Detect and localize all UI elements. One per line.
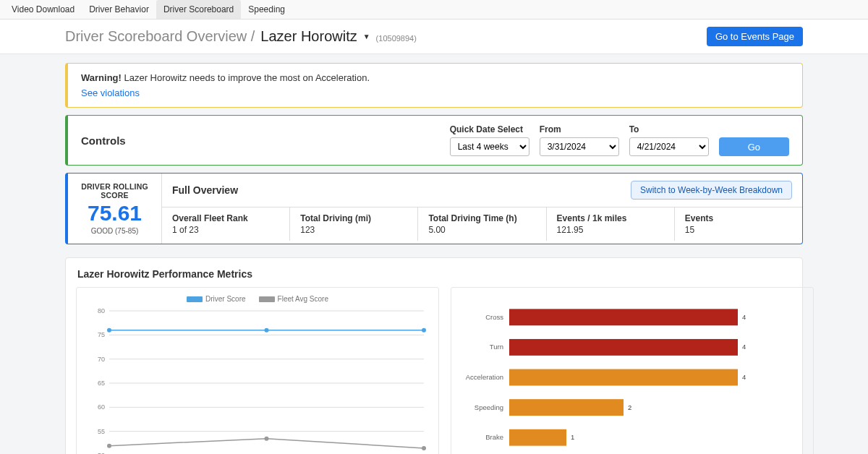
svg-text:65: 65 [98,380,105,387]
svg-rect-32 [509,339,738,356]
svg-point-20 [107,444,111,448]
svg-text:Acceleration: Acceleration [466,373,503,381]
stat-key: Overall Fleet Rank [172,213,279,223]
chevron-down-icon: ▼ [363,33,370,40]
legend-item: Fleet Avg Score [259,295,328,303]
svg-rect-29 [509,309,738,325]
svg-text:Turn: Turn [490,343,503,351]
stat-cell: Events15 [675,207,802,241]
metrics-card: Lazer Horowitz Performance Metrics Drive… [65,257,803,454]
svg-point-19 [422,328,426,333]
stat-cell: Total Driving (mi)123 [290,207,418,241]
nav-tab-driver-behavior[interactable]: Driver Behavior [82,0,156,19]
breadcrumb-root: Driver Scoreboard Overview / [65,28,255,45]
see-violations-link[interactable]: See violations [81,87,140,98]
nav-tab-driver-scoreboard[interactable]: Driver Scoreboard [156,0,241,19]
go-to-events-button[interactable]: Go to Events Page [707,27,803,46]
svg-text:55: 55 [98,428,105,435]
full-overview-label: Full Overview [172,184,238,196]
breadcrumb: Driver Scoreboard Overview / Lazer Horow… [65,28,417,45]
svg-point-21 [265,437,269,441]
from-date-select[interactable]: 3/31/2024 [540,137,619,156]
svg-point-22 [422,446,426,450]
svg-text:Cross: Cross [485,313,503,321]
stat-value: 5.00 [428,225,535,235]
controls-panel: Controls Quick Date Select Last 4 weeks … [65,115,803,166]
driver-selector[interactable]: Lazer Horowitz ▼ [260,28,370,45]
stat-row: Overall Fleet Rank1 of 23Total Driving (… [162,207,802,241]
bar-chart-svg: 012345Cross4Turn4Acceleration4Speeding2B… [459,295,806,454]
score-card: DRIVER ROLLING SCORE 75.61 GOOD (75-85) … [65,173,803,244]
stat-value: 1 of 23 [172,225,279,235]
stat-key: Events / 1k miles [557,213,664,223]
svg-text:2: 2 [628,403,631,411]
from-label: From [540,124,619,134]
line-chart: Driver ScoreFleet Avg Score 505560657075… [76,287,439,454]
stat-cell: Overall Fleet Rank1 of 23 [162,207,290,241]
stat-cell: Events / 1k miles121.95 [547,207,675,241]
svg-text:1: 1 [571,433,574,441]
stat-value: 15 [685,225,792,235]
quick-date-select[interactable]: Last 4 weeks [450,137,529,156]
stat-key: Events [685,213,792,223]
top-nav: Video DownloadDriver BehaviorDriver Scor… [0,0,868,20]
nav-tab-speeding[interactable]: Speeding [241,0,292,19]
svg-rect-38 [509,399,624,416]
svg-text:4: 4 [742,313,746,321]
metrics-title: Lazer Horowitz Performance Metrics [66,268,802,287]
go-button[interactable]: Go [719,137,789,156]
stat-key: Total Driving (mi) [300,213,407,223]
warning-prefix: Warning! [81,72,122,83]
svg-point-18 [265,328,269,333]
rolling-score-value: 75.61 [72,201,157,226]
svg-text:75: 75 [98,331,105,338]
line-chart-svg: 505560657075803/31/2024 - 4/7/20244/7/20… [84,307,431,454]
warning-alert: Warning! Lazer Horowitz needs to improve… [65,63,803,108]
line-chart-legend: Driver ScoreFleet Avg Score [84,295,431,303]
svg-text:4: 4 [742,343,746,351]
switch-breakdown-button[interactable]: Switch to Week-by-Week Breakdown [631,181,792,200]
rolling-score-band: GOOD (75-85) [72,227,157,235]
svg-text:Speeding: Speeding [475,403,503,411]
svg-rect-41 [509,429,566,446]
quick-date-label: Quick Date Select [450,124,529,134]
rolling-score-label: DRIVER ROLLING SCORE [72,182,157,200]
nav-tab-video-download[interactable]: Video Download [4,0,82,19]
svg-text:70: 70 [98,356,105,363]
controls-title: Controls [81,134,126,147]
legend-item: Driver Score [187,295,246,303]
warning-text: Lazer Horowitz needs to improve the most… [124,72,370,83]
stat-cell: Total Driving Time (h)5.00 [418,207,546,241]
stat-key: Total Driving Time (h) [428,213,535,223]
page-header: Driver Scoreboard Overview / Lazer Horow… [0,20,868,54]
bar-chart: 012345Cross4Turn4Acceleration4Speeding2B… [451,287,814,454]
stat-value: 123 [300,225,407,235]
svg-point-17 [107,328,111,333]
driver-id: (10509894) [376,34,417,43]
svg-text:80: 80 [98,307,105,314]
svg-rect-35 [509,369,738,386]
to-label: To [629,124,709,134]
stat-value: 121.95 [557,225,664,235]
svg-text:60: 60 [98,403,105,411]
svg-text:4: 4 [742,373,746,381]
svg-text:Brake: Brake [485,433,503,441]
driver-name: Lazer Horowitz [260,28,357,45]
to-date-select[interactable]: 4/21/2024 [629,137,709,156]
